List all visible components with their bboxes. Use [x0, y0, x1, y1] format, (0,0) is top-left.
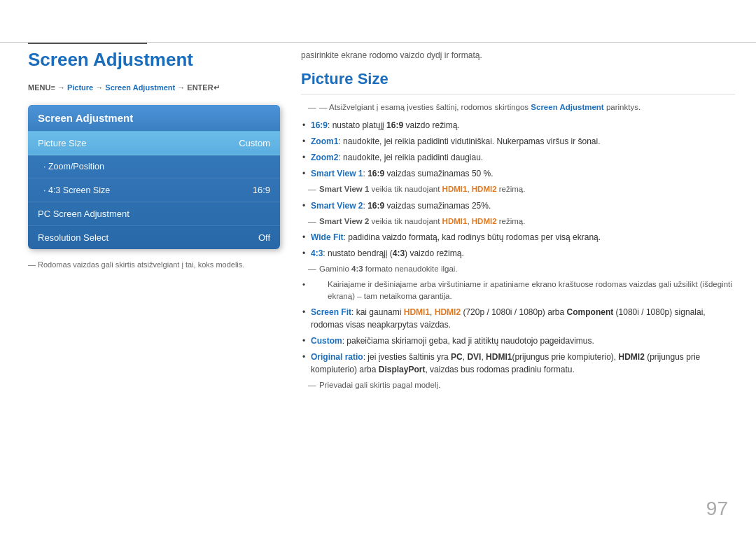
- subnote-43: Kairiajame ir dešiniajame arba viršutini…: [301, 279, 735, 303]
- menu-label: MENU: [28, 83, 50, 92]
- note-intro-text: ― Atsižvelgiant į esamą įvesties šaltinį…: [319, 103, 640, 111]
- note-originalratio: Prievadai gali skirtis pagal modelį.: [301, 379, 735, 391]
- enter-symbol: ↵: [214, 83, 220, 92]
- note-smartview2: Smart View 2 veikia tik naudojant HDMI1,…: [301, 216, 735, 227]
- bullet-list: ― Atsižvelgiant į esamą įvesties šaltinį…: [301, 101, 735, 391]
- right-column: pasirinkite ekrane rodomo vaizdo dydį ir…: [301, 49, 735, 395]
- menu-symbol: ≡: [50, 83, 55, 92]
- list-item-smartview1: Smart View 1: 16:9 vaizdas sumažinamas 5…: [301, 167, 735, 180]
- list-item-43: 4:3: nustato bendrąjį (4:3) vaizdo režim…: [301, 247, 735, 260]
- label-smartview2: Smart View 2: [311, 201, 363, 211]
- top-line: [0, 42, 756, 43]
- panel-item-pc-screen-adjustment[interactable]: PC Screen Adjustment: [28, 202, 280, 226]
- list-item-zoom2: Zoom2: naudokite, jei reikia padidinti d…: [301, 151, 735, 164]
- breadcrumb-arrow2: →: [95, 83, 105, 92]
- panel-item-label: · 4:3 Screen Size: [43, 185, 110, 195]
- panel-item-value: 16:9: [253, 185, 270, 195]
- list-item-screenfit: Screen Fit: kai gaunami HDMI1, HDMI2 (72…: [301, 306, 735, 331]
- left-column: Screen Adjustment MENU≡ → Picture → Scre…: [28, 49, 280, 271]
- label-zoom2: Zoom2: [311, 153, 338, 162]
- panel-item-picture-size[interactable]: Picture Size Custom: [28, 132, 280, 155]
- label-169: 16:9: [311, 120, 328, 130]
- breadcrumb-picture: Picture: [67, 83, 93, 92]
- panel-item-value: Custom: [239, 138, 270, 148]
- list-item-zoom1: Zoom1: naudokite, jei reikia padidinti v…: [301, 135, 735, 148]
- panel-item-43-screen-size[interactable]: · 4:3 Screen Size 16:9: [28, 178, 280, 202]
- note-intro-item: ― Atsižvelgiant į esamą įvesties šaltinį…: [301, 101, 735, 113]
- note-smartview1: Smart View 1 veikia tik naudojant HDMI1,…: [301, 183, 735, 195]
- panel-item-resolution-select[interactable]: Resolution Select Off: [28, 226, 280, 249]
- section-title: Picture Size: [301, 70, 735, 94]
- breadcrumb-enter: ENTER: [187, 83, 213, 92]
- left-footnote: ― Rodomas vaizdas gali skirtis atsižvelg…: [28, 259, 280, 271]
- panel-item-value: Off: [258, 232, 270, 243]
- label-widefit: Wide Fit: [311, 232, 344, 242]
- label-originalratio: Original ratio: [311, 352, 363, 362]
- panel-item-label: Picture Size: [38, 138, 86, 148]
- list-item-smartview2: Smart View 2: 16:9 vaizdas sumažinamas 2…: [301, 199, 735, 212]
- panel-item-zoom-position[interactable]: · Zoom/Position: [28, 155, 280, 178]
- list-item-custom: Custom: pakeičiama skiriamoji geba, kad …: [301, 335, 735, 347]
- list-item-originalratio: Original ratio: jei įvesties šaltinis yr…: [301, 351, 735, 376]
- breadcrumb: MENU≡ → Picture → Screen Adjustment → EN…: [28, 83, 280, 92]
- panel-item-label: · Zoom/Position: [43, 162, 104, 171]
- label-zoom1: Zoom1: [311, 136, 338, 146]
- note-43: Gaminio 4:3 formato nenaudokite ilgai.: [301, 263, 735, 275]
- label-custom: Custom: [311, 336, 342, 346]
- label-screenfit: Screen Fit: [311, 307, 351, 317]
- label-smartview1: Smart View 1: [311, 169, 363, 178]
- list-item-widefit: Wide Fit: padidina vaizdo formatą, kad r…: [301, 231, 735, 244]
- screen-adjustment-panel: Screen Adjustment Picture Size Custom · …: [28, 105, 280, 249]
- panel-item-label: Resolution Select: [38, 232, 108, 243]
- label-43: 4:3: [311, 248, 323, 258]
- panel-item-label: PC Screen Adjustment: [38, 209, 130, 219]
- page-title: Screen Adjustment: [28, 49, 280, 71]
- panel-title: Screen Adjustment: [28, 105, 280, 132]
- right-intro: pasirinkite ekrane rodomo vaizdo dydį ir…: [301, 49, 735, 62]
- page-number: 97: [706, 498, 728, 520]
- breadcrumb-arrow1: →: [57, 83, 67, 92]
- breadcrumb-screen-adjustment: Screen Adjustment: [105, 83, 175, 92]
- breadcrumb-arrow3: →: [177, 83, 187, 92]
- list-item-169: 16:9: nustato platųjį 16:9 vaizdo režimą…: [301, 119, 735, 132]
